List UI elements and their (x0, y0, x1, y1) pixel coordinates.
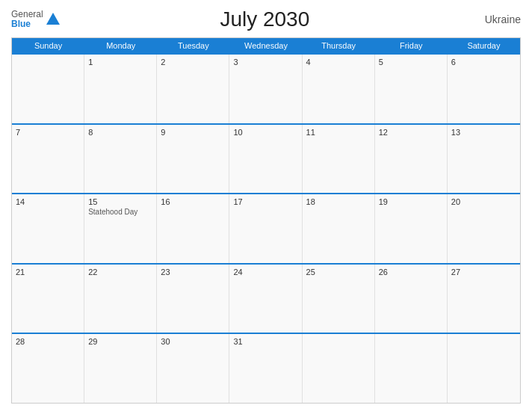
svg-marker-0 (46, 13, 60, 25)
day-cell: 15Statehood Day (84, 194, 157, 263)
day-header-thursday: Thursday (303, 38, 375, 53)
day-number: 9 (161, 128, 225, 137)
day-number: 8 (88, 128, 152, 137)
day-cell: 14 (12, 194, 84, 263)
day-number: 24 (233, 268, 297, 276)
day-number: 3 (233, 58, 297, 67)
day-cell: 18 (303, 194, 375, 263)
day-number: 23 (161, 268, 225, 276)
day-number: 30 (161, 337, 225, 346)
day-cell: 8 (84, 125, 157, 194)
day-number: 16 (161, 197, 225, 206)
day-number: 25 (306, 268, 371, 276)
day-cell: 24 (229, 265, 302, 333)
day-cell: 10 (229, 125, 302, 194)
logo-text: General Blue (11, 10, 43, 29)
day-cell: 13 (448, 125, 520, 194)
calendar: SundayMondayTuesdayWednesdayThursdayFrid… (11, 37, 521, 404)
header: General Blue July 2030 Ukraine (11, 7, 521, 31)
week-row-2: 1415Statehood Day1617181920 (12, 193, 520, 263)
day-number: 15 (88, 197, 152, 206)
day-number: 27 (451, 268, 516, 276)
day-cell: 30 (157, 334, 229, 403)
page-title: July 2030 (61, 7, 468, 31)
logo: General Blue (11, 10, 61, 29)
day-cell: 31 (229, 334, 302, 403)
day-number: 10 (233, 128, 297, 137)
page: General Blue July 2030 Ukraine SundayMon… (0, 0, 532, 411)
day-cell (375, 334, 448, 403)
day-cell: 5 (375, 55, 448, 123)
day-number: 29 (88, 337, 152, 346)
day-number: 13 (451, 128, 516, 137)
day-cell: 16 (157, 194, 229, 263)
day-header-friday: Friday (375, 38, 448, 53)
logo-blue: Blue (11, 19, 43, 29)
day-cell: 20 (448, 194, 520, 263)
day-number: 21 (16, 268, 80, 276)
day-number: 22 (88, 268, 152, 276)
day-cell: 17 (229, 194, 302, 263)
day-number: 2 (161, 58, 225, 67)
day-number: 31 (233, 337, 297, 346)
day-number: 18 (306, 197, 371, 206)
day-number: 7 (16, 128, 80, 137)
day-number: 19 (379, 197, 443, 206)
day-headers: SundayMondayTuesdayWednesdayThursdayFrid… (12, 38, 520, 53)
day-cell: 1 (84, 55, 157, 123)
week-row-3: 21222324252627 (12, 263, 520, 333)
day-number: 6 (451, 58, 516, 67)
day-cell: 27 (448, 265, 520, 333)
day-header-sunday: Sunday (12, 38, 84, 53)
day-number: 4 (306, 58, 371, 67)
day-number: 20 (451, 197, 516, 206)
day-cell (12, 55, 84, 123)
day-header-saturday: Saturday (448, 38, 520, 53)
day-cell: 23 (157, 265, 229, 333)
day-number: 5 (379, 58, 443, 67)
day-cell: 9 (157, 125, 229, 194)
day-number: 26 (379, 268, 443, 276)
day-cell: 6 (448, 55, 520, 123)
day-header-monday: Monday (84, 38, 157, 53)
day-header-wednesday: Wednesday (229, 38, 302, 53)
day-cell: 29 (84, 334, 157, 403)
week-row-4: 28293031 (12, 333, 520, 403)
weeks: 123456789101112131415Statehood Day161718… (12, 53, 520, 403)
day-cell: 21 (12, 265, 84, 333)
day-number: 11 (306, 128, 371, 137)
day-number: 28 (16, 337, 80, 346)
week-row-0: 123456 (12, 53, 520, 123)
day-cell: 12 (375, 125, 448, 194)
day-number: 14 (16, 197, 80, 206)
day-cell (303, 334, 375, 403)
logo-icon (45, 11, 61, 28)
country-label: Ukraine (468, 13, 521, 25)
day-cell: 19 (375, 194, 448, 263)
day-cell: 28 (12, 334, 84, 403)
day-cell: 2 (157, 55, 229, 123)
day-cell: 3 (229, 55, 302, 123)
day-cell: 4 (303, 55, 375, 123)
day-number: 12 (379, 128, 443, 137)
day-cell: 22 (84, 265, 157, 333)
day-number: 17 (233, 197, 297, 206)
week-row-1: 78910111213 (12, 123, 520, 194)
day-cell: 7 (12, 125, 84, 194)
day-cell: 11 (303, 125, 375, 194)
day-header-tuesday: Tuesday (157, 38, 229, 53)
day-cell (448, 334, 520, 403)
day-cell: 26 (375, 265, 448, 333)
day-cell: 25 (303, 265, 375, 333)
event-label: Statehood Day (88, 208, 152, 216)
day-number: 1 (88, 58, 152, 67)
